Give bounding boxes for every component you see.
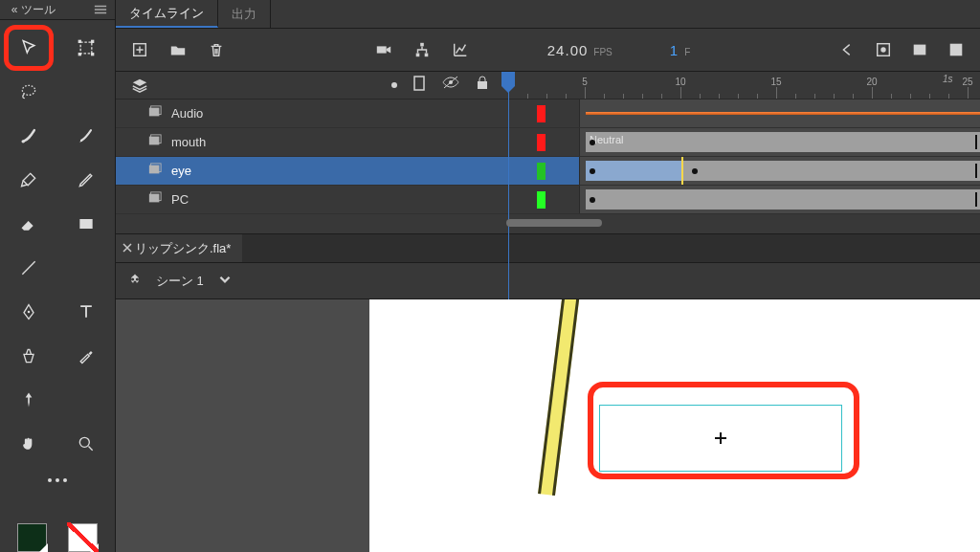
scene-dropdown-icon[interactable] <box>217 272 233 290</box>
keyframe-marker-icon[interactable] <box>873 39 894 60</box>
svg-text:A: A <box>918 46 923 55</box>
stroke-color-swatch[interactable] <box>17 523 47 552</box>
highlight-column-icon[interactable] <box>391 82 397 88</box>
scene-icon[interactable] <box>127 272 143 290</box>
svg-rect-22 <box>478 81 487 89</box>
frame-label-icon[interactable]: A <box>909 39 930 60</box>
layer-track[interactable] <box>579 99 980 127</box>
document-filename: リップシンク.fla* <box>135 240 231 257</box>
camera-icon[interactable] <box>373 39 394 60</box>
svg-point-6 <box>22 140 25 143</box>
layer-type-icon <box>148 191 162 209</box>
line-tool[interactable] <box>14 254 43 282</box>
timeline-panel: タイムライン 出力 24.00 FPS 1 F <box>116 0 980 234</box>
svg-rect-2 <box>91 40 94 43</box>
rectangle-tool[interactable] <box>72 210 100 238</box>
tools-panel-title: ツール <box>21 2 94 18</box>
svg-rect-13 <box>415 54 419 57</box>
visibility-column-icon[interactable] <box>441 75 460 96</box>
more-tools-icon[interactable] <box>48 478 67 482</box>
ink-bottle-tool[interactable] <box>14 342 43 370</box>
new-folder-button[interactable] <box>167 39 189 60</box>
current-frame-display[interactable]: 1 F <box>670 42 690 58</box>
fps-display[interactable]: 24.00 FPS <box>547 42 612 58</box>
fill-color-swatch[interactable] <box>68 523 98 552</box>
stick-graphic <box>538 299 580 496</box>
zoom-tool[interactable] <box>72 430 100 458</box>
hand-tool[interactable] <box>14 430 43 458</box>
layer-track[interactable] <box>579 186 980 213</box>
svg-rect-0 <box>80 42 92 54</box>
delete-button[interactable] <box>206 39 227 60</box>
layer-track[interactable]: Neutral <box>579 128 980 156</box>
svg-point-8 <box>28 311 31 314</box>
svg-rect-4 <box>91 53 94 55</box>
document-tab[interactable]: リップシンク.fla* <box>116 234 242 262</box>
layer-type-icon <box>148 163 162 180</box>
layer-name: mouth <box>171 135 206 149</box>
svg-rect-14 <box>424 54 428 57</box>
tools-panel-header: « ツール <box>0 0 115 20</box>
insert-frame-icon[interactable] <box>946 39 967 60</box>
layer-track[interactable] <box>579 157 980 185</box>
paint-brush-tool[interactable] <box>14 166 43 194</box>
panel-menu-icon[interactable] <box>94 3 107 16</box>
layer-row-audio[interactable]: Audio <box>116 99 980 128</box>
prev-keyframe-icon[interactable] <box>836 39 858 60</box>
svg-point-33 <box>133 281 136 284</box>
tab-output[interactable]: 出力 <box>218 0 271 28</box>
svg-point-9 <box>79 437 89 447</box>
layer-row-pc[interactable]: PC <box>116 186 980 214</box>
pin-tool[interactable] <box>14 386 43 414</box>
svg-point-16 <box>880 47 885 52</box>
svg-rect-7 <box>79 219 92 229</box>
layer-type-icon <box>148 105 162 122</box>
pen-tool[interactable] <box>14 298 43 326</box>
layer-row-eye[interactable]: eye <box>116 157 980 186</box>
layer-name: eye <box>171 164 191 178</box>
hierarchy-icon[interactable] <box>412 39 433 60</box>
outline-column-icon[interactable] <box>412 75 426 96</box>
fluid-brush-tool[interactable] <box>14 121 43 150</box>
close-tab-icon[interactable] <box>122 242 133 254</box>
selection-bounding-box[interactable] <box>599 405 842 472</box>
eraser-tool[interactable] <box>14 210 43 238</box>
svg-point-31 <box>131 277 134 280</box>
svg-point-5 <box>22 85 34 95</box>
free-transform-tool[interactable] <box>72 33 100 62</box>
svg-rect-19 <box>950 44 963 56</box>
svg-rect-12 <box>420 43 424 47</box>
svg-point-32 <box>136 277 139 280</box>
layer-name: Audio <box>171 106 203 121</box>
transform-center-icon <box>715 432 726 444</box>
timeline-ruler[interactable]: 5101520251s <box>502 72 980 99</box>
scene-bar: シーン 1 <box>116 263 980 299</box>
tab-timeline[interactable]: タイムライン <box>116 0 218 28</box>
svg-rect-11 <box>377 46 387 53</box>
eyedropper-tool[interactable] <box>72 342 100 370</box>
pencil-tool[interactable] <box>72 166 100 194</box>
new-layer-button[interactable] <box>129 39 150 60</box>
collapse-button[interactable]: « <box>8 3 21 16</box>
svg-rect-20 <box>414 77 424 90</box>
classic-brush-tool[interactable] <box>72 121 100 150</box>
selection-tool[interactable] <box>14 33 43 62</box>
stage-pasteboard <box>116 299 369 552</box>
lock-column-icon[interactable] <box>476 75 489 96</box>
svg-rect-1 <box>78 40 81 43</box>
timeline-scrollbar[interactable] <box>502 214 980 233</box>
layer-row-mouth[interactable]: mouthNeutral <box>116 128 980 157</box>
layer-name: PC <box>171 192 189 207</box>
text-tool[interactable] <box>72 298 100 326</box>
svg-rect-3 <box>78 53 81 55</box>
scene-name[interactable]: シーン 1 <box>156 273 204 290</box>
layers-icon[interactable] <box>129 75 150 96</box>
lasso-tool[interactable] <box>14 77 43 106</box>
stage-canvas[interactable] <box>369 299 980 552</box>
graph-icon[interactable] <box>450 39 471 60</box>
layer-type-icon <box>148 134 162 151</box>
